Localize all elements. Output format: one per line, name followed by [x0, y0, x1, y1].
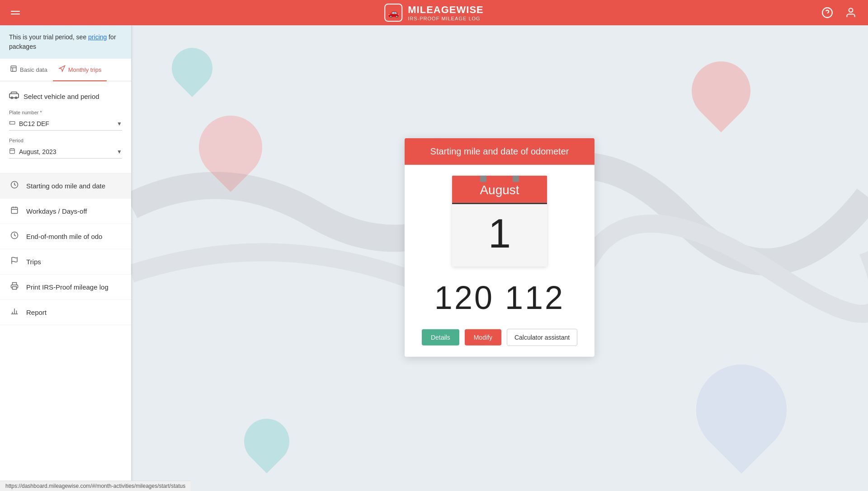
help-button[interactable] [819, 5, 835, 21]
vehicle-section-header: Select vehicle and period [9, 90, 122, 103]
tab-monthly-trips-label: Monthly trips [68, 66, 102, 73]
svg-rect-12 [10, 149, 15, 154]
calendar-day-area: 1 [452, 202, 547, 266]
svg-marker-6 [59, 65, 65, 71]
status-url: https://dashboard.mileagewise.com/#/mont… [5, 483, 185, 489]
tab-monthly-trips[interactable]: Monthly trips [53, 59, 107, 81]
nav-print-label: Print IRS-Proof mileage log [26, 283, 108, 291]
header-left [9, 9, 22, 16]
map-pin-teal [163, 39, 221, 97]
nav-report[interactable]: Report [0, 300, 131, 325]
svg-rect-3 [11, 66, 16, 71]
card-actions: Details Modify Calculator assistant [422, 328, 577, 346]
vehicle-section-title: Select vehicle and period [24, 93, 99, 100]
logo-title: MILEAGEWISE [408, 4, 483, 16]
calculator-button[interactable]: Calculator assistant [507, 328, 577, 346]
calendar-month-header: August [452, 175, 547, 202]
report-icon [9, 307, 20, 318]
basic-data-tab-icon [10, 65, 17, 74]
svg-rect-17 [11, 207, 18, 214]
period-select[interactable]: August, 2023 [19, 148, 113, 155]
details-button[interactable]: Details [422, 329, 459, 345]
trips-icon [9, 257, 20, 267]
workdays-icon [9, 206, 20, 216]
tab-basic-data[interactable]: Basic data [5, 59, 53, 81]
menu-button[interactable] [9, 9, 22, 16]
map-pin-pink-large [679, 49, 763, 132]
starting-odo-icon [9, 181, 20, 191]
card-header: Starting mile and date of odometer [405, 138, 594, 164]
period-label: Period [9, 138, 122, 143]
svg-rect-7 [9, 94, 19, 98]
card-body: August 1 120 112 Details Modify Calculat… [405, 164, 594, 356]
content-area: Starting mile and date of odometer Augus… [131, 25, 868, 491]
print-icon [9, 282, 20, 292]
monthly-trips-tab-icon [58, 65, 66, 74]
status-bar: https://dashboard.mileagewise.com/#/mont… [0, 481, 191, 491]
sidebar: This is your trial period, see pricing f… [0, 25, 131, 491]
pricing-link[interactable]: pricing [88, 33, 107, 41]
header-right [819, 5, 859, 21]
card-title: Starting mile and date of odometer [430, 146, 569, 156]
trial-text-before: This is your trial period, see [9, 33, 88, 41]
period-dropdown-arrow: ▼ [117, 149, 122, 155]
map-pin-purple [678, 346, 806, 474]
nav-starting-odo-label: Starting odo mile and date [26, 182, 105, 190]
plate-number-group: Plate number * BC12 DEF ▼ [9, 110, 122, 131]
nav-print[interactable]: Print IRS-Proof mileage log [0, 275, 131, 300]
tab-basic-data-label: Basic data [20, 66, 47, 73]
plate-number-wrapper: BC12 DEF ▼ [9, 117, 122, 131]
logo-subtitle: IRS-PROOF MILEAGE LOG [408, 16, 483, 21]
calendar-month: August [480, 182, 519, 196]
svg-rect-23 [13, 287, 17, 290]
calendar-day: 1 [452, 213, 547, 253]
calendar-clip-right [513, 175, 519, 182]
period-icon [9, 148, 15, 155]
header: 🚗 MILEAGEWISE IRS-PROOF MILEAGE LOG [0, 0, 868, 25]
nav-workdays-label: Workdays / Days-off [26, 207, 87, 215]
plate-icon [9, 120, 15, 127]
nav-trips-label: Trips [26, 258, 41, 266]
map-pin-teal-bottom [235, 409, 298, 473]
nav-trips[interactable]: Trips [0, 249, 131, 275]
trial-banner: This is your trial period, see pricing f… [0, 25, 131, 59]
nav-starting-odo[interactable]: Starting odo mile and date [0, 173, 131, 199]
calendar-clip-left [480, 175, 486, 182]
logo-icon: 🚗 [384, 4, 402, 22]
vehicle-section: Select vehicle and period Plate number *… [0, 81, 131, 173]
odometer-reading: 120 112 [434, 279, 565, 316]
period-group: Period August, 2023 ▼ [9, 138, 122, 159]
nav-end-odo[interactable]: End-of-month mile of odo [0, 224, 131, 249]
plate-number-select[interactable]: BC12 DEF [19, 120, 113, 127]
odometer-card: Starting mile and date of odometer Augus… [405, 138, 594, 356]
svg-rect-10 [9, 122, 15, 124]
plate-number-label: Plate number * [9, 110, 122, 115]
svg-point-2 [849, 8, 853, 12]
calendar-widget: August 1 [452, 175, 547, 266]
modify-button[interactable]: Modify [465, 329, 501, 345]
logo-text: MILEAGEWISE IRS-PROOF MILEAGE LOG [408, 4, 483, 21]
nav-end-odo-label: End-of-month mile of odo [26, 233, 102, 240]
nav-workdays[interactable]: Workdays / Days-off [0, 199, 131, 224]
plate-dropdown-arrow: ▼ [117, 121, 122, 127]
header-logo: 🚗 MILEAGEWISE IRS-PROOF MILEAGE LOG [384, 4, 483, 22]
account-button[interactable] [843, 5, 859, 21]
map-pin-pink-center [186, 103, 275, 192]
sidebar-tabs: Basic data Monthly trips [0, 59, 131, 81]
main-layout: This is your trial period, see pricing f… [0, 25, 868, 491]
period-wrapper: August, 2023 ▼ [9, 145, 122, 159]
end-odo-icon [9, 231, 20, 242]
vehicle-icon [9, 90, 19, 103]
nav-report-label: Report [26, 309, 47, 316]
